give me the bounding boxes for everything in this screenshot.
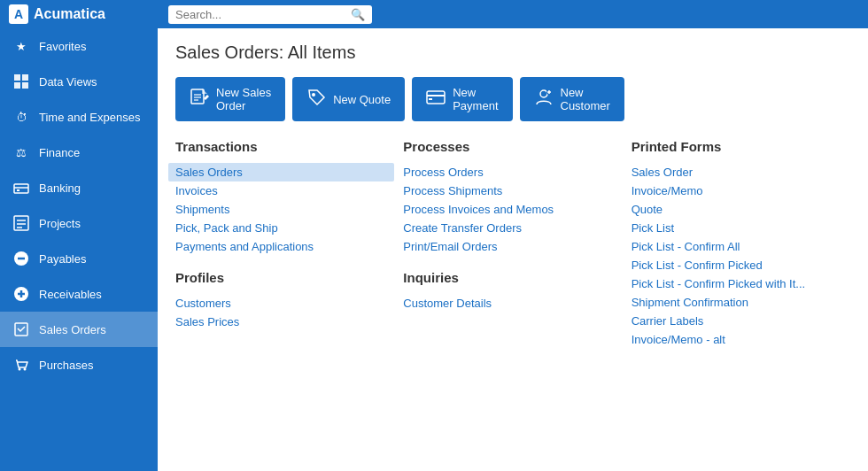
receivables-icon	[12, 285, 30, 303]
data-views-icon	[12, 73, 30, 90]
invoice-memo-pf-link[interactable]: Invoice/Memo	[632, 181, 850, 200]
svg-rect-2	[14, 82, 20, 89]
new-payment-button[interactable]: NewPayment	[412, 77, 512, 121]
main-layout: ★ Favorites Data Views ⏱ Time and Expens…	[0, 28, 868, 471]
col-printed-forms: Printed Forms Sales Order Invoice/Memo Q…	[632, 139, 850, 349]
profiles-title: Profiles	[175, 270, 394, 285]
processes-title: Processes	[403, 139, 622, 154]
sales-orders-icon	[12, 320, 30, 338]
shipment-confirmation-link[interactable]: Shipment Confirmation	[632, 293, 850, 312]
search-input[interactable]	[175, 8, 345, 21]
projects-icon	[12, 214, 30, 232]
sidebar-item-receivables[interactable]: Receivables	[0, 276, 158, 312]
tag-icon	[306, 88, 326, 112]
sidebar-item-finance[interactable]: ⚖ Finance	[0, 135, 158, 170]
sidebar-label-projects: Projects	[39, 217, 81, 230]
purchases-icon	[12, 356, 30, 374]
print-email-orders-link[interactable]: Print/Email Orders	[403, 237, 622, 256]
printed-forms-title: Printed Forms	[632, 139, 850, 154]
pick-pack-ship-link[interactable]: Pick, Pack and Ship	[175, 219, 394, 237]
sales-prices-link[interactable]: Sales Prices	[175, 313, 394, 331]
sidebar-label-sales-orders: Sales Orders	[39, 323, 106, 336]
action-buttons: New SalesOrder New Quote NewPayment NewC…	[175, 77, 850, 121]
sidebar-item-sales-orders[interactable]: Sales Orders	[0, 312, 158, 347]
logo: A Acumatica	[9, 4, 159, 24]
svg-rect-0	[14, 74, 20, 81]
col-processes: Processes Process Orders Process Shipmen…	[403, 139, 622, 349]
payments-applications-link[interactable]: Payments and Applications	[175, 237, 394, 256]
sales-orders-link[interactable]: Sales Orders	[168, 163, 394, 181]
customer-details-link[interactable]: Customer Details	[403, 294, 622, 313]
search-icon[interactable]: 🔍	[351, 8, 365, 21]
content-area: Sales Orders: All Items New SalesOrder N…	[158, 28, 868, 471]
sidebar-label-payables: Payables	[39, 252, 86, 266]
transactions-title: Transactions	[175, 139, 394, 154]
payment-icon	[426, 88, 446, 112]
col-transactions: Transactions Sales Orders Invoices Shipm…	[175, 139, 394, 349]
new-quote-button[interactable]: New Quote	[292, 77, 405, 121]
customer-icon	[534, 88, 554, 112]
new-sales-order-button[interactable]: New SalesOrder	[175, 77, 285, 121]
sidebar-label-purchases: Purchases	[39, 359, 93, 372]
inquiries-title: Inquiries	[403, 270, 622, 285]
carrier-labels-link[interactable]: Carrier Labels	[632, 312, 850, 330]
svg-point-17	[19, 368, 21, 371]
new-quote-label: New Quote	[333, 93, 391, 106]
sidebar-item-projects[interactable]: Projects	[0, 205, 158, 241]
new-sales-order-label: New SalesOrder	[216, 86, 271, 112]
sidebar-label-favorites: Favorites	[39, 40, 86, 53]
sidebar-item-time-expenses[interactable]: ⏱ Time and Expenses	[0, 99, 158, 135]
sidebar-item-data-views[interactable]: Data Views	[0, 64, 158, 99]
svg-point-18	[24, 368, 27, 371]
logo-icon: A	[9, 4, 28, 24]
pick-list-confirm-picked-link[interactable]: Pick List - Confirm Picked	[632, 256, 850, 274]
invoices-link[interactable]: Invoices	[175, 181, 394, 200]
svg-rect-3	[22, 82, 28, 89]
invoice-memo-alt-link[interactable]: Invoice/Memo - alt	[632, 330, 850, 349]
shipments-link[interactable]: Shipments	[175, 200, 394, 219]
clock-icon: ⏱	[12, 108, 30, 126]
page-title: Sales Orders: All Items	[175, 42, 850, 63]
sidebar-item-banking[interactable]: Banking	[0, 170, 158, 205]
finance-icon: ⚖	[12, 143, 30, 161]
customers-link[interactable]: Customers	[175, 294, 394, 313]
process-shipments-link[interactable]: Process Shipments	[403, 181, 622, 200]
sales-order-pf-link[interactable]: Sales Order	[632, 163, 850, 181]
svg-point-23	[312, 93, 315, 97]
svg-rect-6	[17, 189, 19, 191]
svg-rect-19	[191, 89, 204, 104]
quote-pf-link[interactable]: Quote	[632, 200, 850, 219]
create-transfer-orders-link[interactable]: Create Transfer Orders	[403, 219, 622, 237]
svg-rect-4	[14, 184, 28, 193]
profiles-section: Profiles Customers Sales Prices	[175, 270, 394, 331]
pick-list-pf-link[interactable]: Pick List	[632, 219, 850, 237]
sidebar-item-favorites[interactable]: ★ Favorites	[0, 28, 158, 64]
svg-rect-24	[427, 91, 445, 104]
sidebar-item-purchases[interactable]: Purchases	[0, 347, 158, 382]
sidebar: ★ Favorites Data Views ⏱ Time and Expens…	[0, 28, 158, 471]
banking-icon	[12, 179, 30, 197]
process-orders-link[interactable]: Process Orders	[403, 163, 622, 181]
sidebar-label-banking: Banking	[39, 181, 81, 195]
new-customer-button[interactable]: NewCustomer	[520, 77, 624, 121]
logo-text: Acumatica	[34, 6, 105, 22]
main-columns: Transactions Sales Orders Invoices Shipm…	[175, 139, 850, 349]
top-bar: A Acumatica 🔍	[0, 0, 868, 28]
svg-point-27	[540, 90, 547, 97]
svg-rect-26	[429, 98, 432, 100]
pick-list-confirm-picked-with-link[interactable]: Pick List - Confirm Picked with It...	[632, 274, 850, 293]
edit-icon	[190, 88, 209, 112]
sidebar-label-data-views: Data Views	[39, 75, 97, 89]
inquiries-section: Inquiries Customer Details	[403, 270, 622, 313]
new-payment-label: NewPayment	[453, 86, 498, 112]
pick-list-confirm-all-link[interactable]: Pick List - Confirm All	[632, 237, 850, 256]
sidebar-label-time-expenses: Time and Expenses	[39, 111, 140, 124]
process-invoices-link[interactable]: Process Invoices and Memos	[403, 200, 622, 219]
sidebar-item-payables[interactable]: Payables	[0, 241, 158, 276]
star-icon: ★	[12, 37, 30, 55]
sidebar-label-finance: Finance	[39, 146, 80, 159]
sidebar-label-receivables: Receivables	[39, 288, 102, 301]
payables-icon	[12, 250, 30, 267]
new-customer-label: NewCustomer	[561, 86, 610, 112]
svg-rect-1	[22, 74, 28, 81]
